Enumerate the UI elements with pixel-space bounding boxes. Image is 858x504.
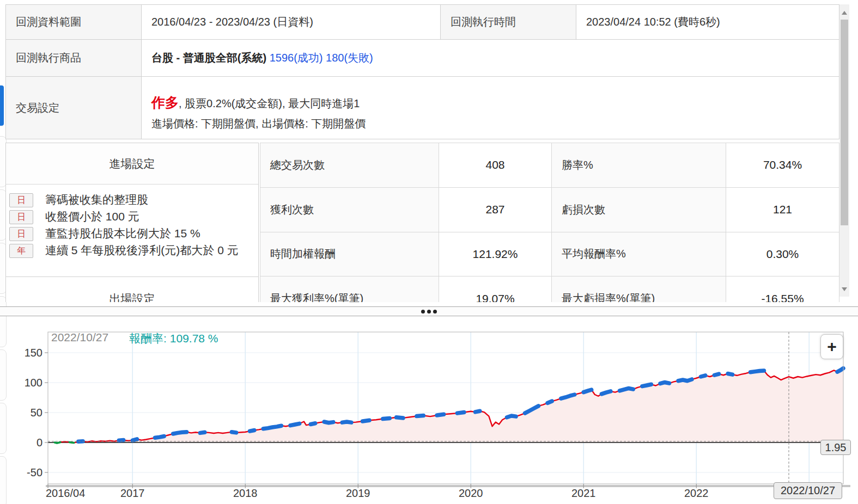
svg-text:2020: 2020 xyxy=(459,487,483,499)
exec-time-label: 回測執行時間 xyxy=(441,5,576,40)
stat-value: 121.92% xyxy=(439,232,552,276)
stat-value: 0.30% xyxy=(726,232,839,276)
entry-condition-item: 日董監持股佔股本比例大於 15 % xyxy=(9,225,255,242)
fail-count-link[interactable]: 180(失敗) xyxy=(326,52,373,64)
svg-text:-50: -50 xyxy=(27,466,42,478)
stat-label: 獲利次數 xyxy=(260,187,439,232)
condition-text: 連續 5 年每股稅後淨利(元)都大於 0 元 xyxy=(45,244,239,256)
entry-condition-item: 日收盤價小於 100 元 xyxy=(9,208,255,225)
stat-label: 最大獲利率%(單筆) xyxy=(260,276,439,302)
legend-hover-date: 2022/10/27 xyxy=(51,331,108,346)
range-label: 回測資料範圍 xyxy=(6,5,142,40)
trade-settings-value: 作多, 股票0.2%(成交金額), 最大同時進場1 進場價格: 下期開盤價, 出… xyxy=(142,77,839,139)
svg-text:50: 50 xyxy=(31,407,42,419)
svg-text:100: 100 xyxy=(25,377,42,389)
entry-condition-item: 日籌碼被收集的整理股 xyxy=(9,191,255,208)
stat-label: 總交易次數 xyxy=(260,143,439,188)
pane-resize-handle[interactable] xyxy=(0,306,858,316)
stat-value: 70.34% xyxy=(726,143,839,188)
svg-text:150: 150 xyxy=(25,347,42,359)
exec-time-value: 2023/04/24 10:52 (費時6秒) xyxy=(576,5,839,40)
frequency-badge: 日 xyxy=(9,210,33,224)
frequency-badge: 日 xyxy=(9,193,33,207)
stat-value: 19.07% xyxy=(439,276,552,302)
stat-value: 121 xyxy=(726,187,839,232)
range-value: 2016/04/23 - 2023/04/23 (日資料) xyxy=(142,5,441,40)
backtest-summary-pane: 回測資料範圍 2016/04/23 - 2023/04/23 (日資料) 回測執… xyxy=(5,4,839,302)
stat-label: 時間加權報酬 xyxy=(260,232,439,276)
svg-text:0: 0 xyxy=(36,437,42,448)
stat-label: 虧損次數 xyxy=(552,187,726,232)
vertical-scrollbar[interactable] xyxy=(839,4,849,297)
legend-return-value: 報酬率: 109.78 % xyxy=(129,331,218,346)
svg-text:2019: 2019 xyxy=(346,487,370,499)
scroll-down-icon[interactable] xyxy=(842,287,847,291)
svg-text:2018: 2018 xyxy=(233,487,258,499)
trade-settings-line2: 進場價格: 下期開盤價, 出場價格: 下期開盤價 xyxy=(151,116,839,131)
stat-label: 勝率% xyxy=(552,143,726,188)
trade-fee-text: , 股票0.2%(成交金額), 最大同時進場1 xyxy=(179,97,360,109)
stat-value: -16.55% xyxy=(726,276,839,302)
entry-conditions-list: 日籌碼被收集的整理股日收盤價小於 100 元日董監持股佔股本比例大於 15 %年… xyxy=(6,185,258,276)
svg-text:2021: 2021 xyxy=(571,487,596,499)
drag-dot-icon xyxy=(427,310,431,314)
svg-text:2022: 2022 xyxy=(684,487,709,499)
trade-settings-line1: 作多, 股票0.2%(成交金額), 最大同時進場1 xyxy=(151,94,839,112)
trade-settings-label: 交易設定 xyxy=(6,77,142,139)
chart-legend: 2022/10/27 報酬率: 109.78 % xyxy=(51,331,218,346)
drag-dot-icon xyxy=(421,310,425,314)
stat-label: 平均報酬率% xyxy=(552,232,726,276)
scrollbar-thumb[interactable] xyxy=(841,20,848,225)
product-value: 台股 - 普通股全部(系統) 1596(成功) 180(失敗) xyxy=(142,40,839,77)
condition-text: 董監持股佔股本比例大於 15 % xyxy=(45,227,200,239)
active-tab-indicator[interactable] xyxy=(0,85,4,126)
stat-value: 287 xyxy=(439,187,552,232)
frequency-badge: 日 xyxy=(9,227,33,241)
entry-settings-panel: 進場設定 日籌碼被收集的整理股日收盤價小於 100 元日董監持股佔股本比例大於 … xyxy=(5,143,259,302)
exit-settings-title: 出場設定 xyxy=(6,276,258,302)
svg-text:2016/04: 2016/04 xyxy=(46,487,85,499)
scroll-up-icon[interactable] xyxy=(842,11,847,15)
equity-curve-pane: 2016/042017201820192020202120222023-5005… xyxy=(0,317,858,504)
zoom-in-button[interactable]: + xyxy=(820,334,843,359)
backtest-info-table: 回測資料範圍 2016/04/23 - 2023/04/23 (日資料) 回測執… xyxy=(5,4,839,139)
stat-label: 最大虧損率%(單筆) xyxy=(552,276,726,302)
condition-text: 籌碼被收集的整理股 xyxy=(45,193,148,206)
condition-text: 收盤價小於 100 元 xyxy=(45,210,139,223)
frequency-badge: 年 xyxy=(9,244,33,258)
stats-table: 總交易次數408勝率%70.34%獲利次數287虧損次數121時間加權報酬121… xyxy=(260,143,839,302)
direction-long: 作多 xyxy=(151,95,179,110)
product-label: 回測執行商品 xyxy=(6,40,142,77)
crosshair-y-value-chip: 1.95 xyxy=(820,440,851,455)
svg-text:2017: 2017 xyxy=(120,487,145,499)
crosshair-x-date-chip: 2022/10/27 xyxy=(774,482,842,499)
success-count-link[interactable]: 1596(成功) xyxy=(270,52,323,64)
entry-condition-item: 年連續 5 年每股稅後淨利(元)都大於 0 元 xyxy=(9,242,255,259)
product-name: 台股 - 普通股全部(系統) xyxy=(151,52,266,64)
stat-value: 408 xyxy=(439,143,552,188)
drag-dot-icon xyxy=(433,310,437,314)
entry-settings-title: 進場設定 xyxy=(6,143,258,185)
